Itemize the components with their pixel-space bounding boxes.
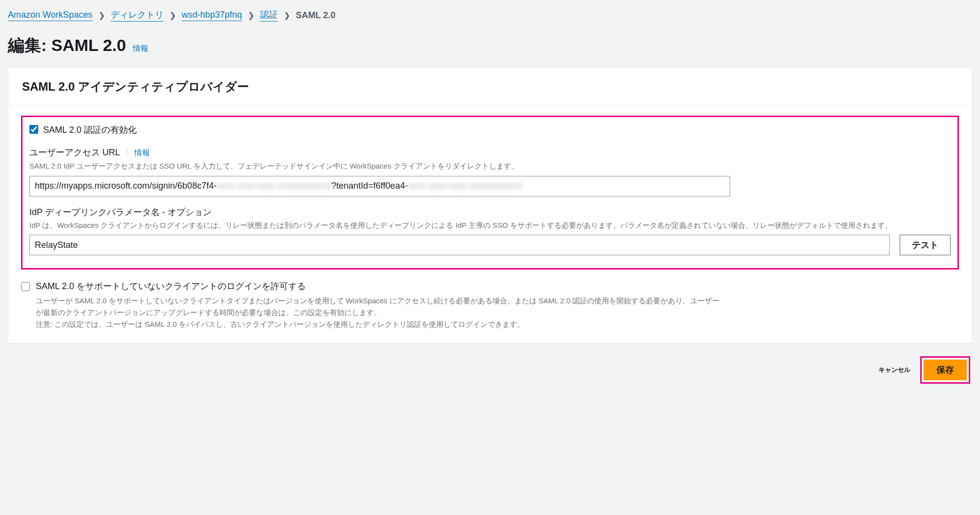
allow-fallback-section: SAML 2.0 をサポートしていないクライアントのログインを許可する ユーザー… [21,280,959,330]
user-access-url-info-link[interactable]: 情報 [134,148,150,159]
test-button[interactable]: テスト [900,235,951,255]
chevron-right-icon: ❯ [284,11,290,20]
divider [127,149,127,157]
page-info-link[interactable]: 情報 [133,44,148,54]
highlighted-settings-region: SAML 2.0 認証の有効化 ユーザーアクセス URL 情報 SAML 2.0… [21,116,959,270]
user-access-url-desc: SAML 2.0 IdP ユーザーアクセスまたは SSO URL を入力して、フ… [29,161,951,172]
breadcrumb-current: SAML 2.0 [296,10,336,21]
breadcrumb-link-auth[interactable]: 認証 [260,9,278,22]
breadcrumb-link-workspaces[interactable]: Amazon WorkSpaces [8,10,93,21]
chevron-right-icon: ❯ [170,11,176,20]
save-button-highlight: 保存 [920,356,970,384]
allow-fallback-label[interactable]: SAML 2.0 をサポートしていないクライアントのログインを許可する [36,281,306,291]
breadcrumb-link-directory-id[interactable]: wsd-hbp37pfnq [182,10,242,21]
save-button[interactable]: 保存 [924,360,967,380]
chevron-right-icon: ❯ [248,11,254,20]
page-title: 編集: SAML 2.0 [8,34,126,57]
user-access-url-label: ユーザーアクセス URL [29,147,120,158]
footer-actions: キャンセル 保存 [8,343,972,384]
deep-link-param-input[interactable] [29,235,890,255]
user-access-url-input[interactable]: https://myapps.microsoft.com/signin/6b08… [29,176,730,196]
user-access-url-field: ユーザーアクセス URL 情報 SAML 2.0 IdP ユーザーアクセスまたは… [29,147,951,196]
url-segment: ?tenantId=f6ff0ea4- [331,181,408,191]
url-redacted-segment: xxxx-xxxx-xxxx-xxxxxxxxxxxx [408,181,522,191]
saml-idp-panel: SAML 2.0 アイデンティティプロバイダー SAML 2.0 認証の有効化 … [8,68,972,343]
breadcrumb-link-directories[interactable]: ディレクトリ [111,9,164,22]
deep-link-param-field: IdP ディープリンクパラメータ名 - オプション IdP は、WorkSpac… [29,206,951,256]
url-segment: https://myapps.microsoft.com/signin/6b08… [35,181,217,191]
breadcrumb: Amazon WorkSpaces ❯ ディレクトリ ❯ wsd-hbp37pf… [8,7,972,27]
allow-fallback-desc: ユーザーが SAML 2.0 をサポートしていないクライアントタイプまたはバージ… [36,295,722,330]
enable-saml-checkbox[interactable] [29,125,38,134]
cancel-button[interactable]: キャンセル [879,366,910,374]
allow-fallback-checkbox[interactable] [21,282,30,291]
deep-link-param-label: IdP ディープリンクパラメータ名 - オプション [29,206,212,218]
panel-header: SAML 2.0 アイデンティティプロバイダー [8,68,972,106]
url-redacted-segment: xxxx-xxxx-xxxx-xxxxxxxxxxxx [217,181,331,191]
chevron-right-icon: ❯ [98,11,105,20]
panel-title: SAML 2.0 アイデンティティプロバイダー [22,79,958,95]
deep-link-param-desc: IdP は、WorkSpaces クライアントからログインするには、リレー状態ま… [29,220,951,231]
enable-saml-label[interactable]: SAML 2.0 認証の有効化 [43,124,137,136]
